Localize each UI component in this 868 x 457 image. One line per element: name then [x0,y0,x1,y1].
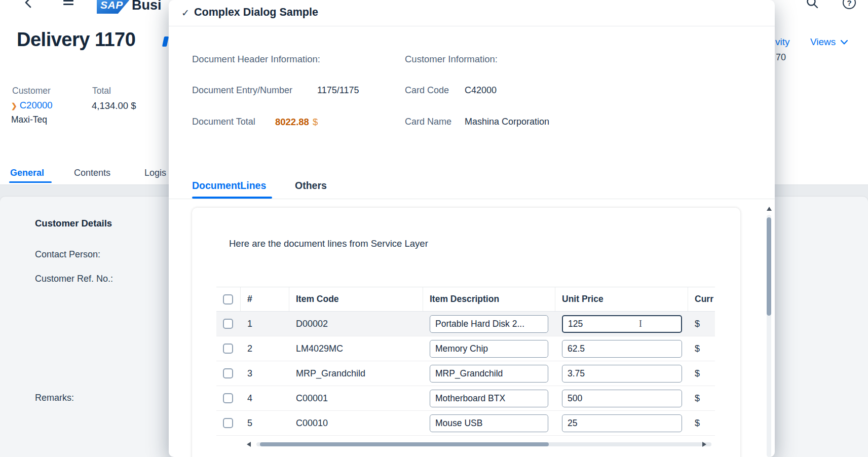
row-checkbox[interactable] [223,368,233,378]
col-header-num: # [241,287,289,311]
doc-entry-value: 1175/1175 [317,85,359,96]
tab-others[interactable]: Others [295,180,327,192]
dialog-header: ✓ Complex Dialog Sample [169,0,775,26]
doc-total-currency: $ [313,117,318,128]
horizontal-scrollbar[interactable] [192,440,740,449]
unit-price-input[interactable] [562,315,682,333]
tab-general[interactable]: General [10,168,44,178]
cell-num: 1 [241,312,289,336]
back-icon[interactable] [23,0,33,11]
item-description-input[interactable] [430,340,548,358]
col-header-currency: Curr [688,287,715,311]
cell-num: 4 [241,386,289,410]
customer-code-link[interactable]: C20000 [20,100,53,111]
row-checkbox[interactable] [223,319,233,329]
chevron-down-icon [841,40,848,45]
item-description-input[interactable] [430,390,548,407]
scroll-left-icon[interactable] [247,442,251,447]
col-header-item-description: Item Description [423,287,555,311]
activity-link[interactable]: vity [775,36,790,48]
remarks-label: Remarks: [35,393,74,403]
chevron-right-icon: ❯ [11,101,17,110]
complex-dialog: ✓ Complex Dialog Sample Document Header … [169,0,775,457]
table-row: 2 LM4029MC $ [216,336,715,361]
select-all-checkbox[interactable] [223,294,233,304]
customer-label: Customer [12,86,51,96]
table-header-row: # Item Code Item Description Unit Price … [216,287,715,312]
table-row: 4 C00001 $ [216,386,715,411]
unit-price-input[interactable] [562,414,682,432]
contact-person-label: Contact Person: [35,249,100,260]
tab-document-lines[interactable]: DocumentLines [192,180,266,192]
doc-total-value: 8022.88 [275,117,309,128]
views-dropdown[interactable]: Views [810,36,848,48]
sap-logo: SAP [97,0,133,14]
cell-currency: $ [688,361,715,386]
dialog-title: Complex Dialog Sample [194,6,318,19]
document-header-section-title: Document Header Information: [192,54,320,65]
header-action-icon[interactable] [162,36,169,47]
item-description-input[interactable] [430,365,548,383]
cell-num: 5 [241,411,289,435]
tab-logistics[interactable]: Logis [144,168,166,178]
search-icon[interactable] [806,0,819,11]
doc-total-value-group: 8022.88 $ [275,117,318,128]
views-label: Views [810,36,836,48]
cell-item-code: MRP_Grandchild [289,361,423,386]
total-label: Total [92,86,111,96]
doc-entry-label: Document Entry/Number [192,85,292,96]
partial-field-value: 70 [776,52,786,63]
col-header-unit-price: Unit Price [555,287,688,311]
customer-info-section-title: Customer Information: [405,54,498,65]
tab-contents[interactable]: Contents [74,168,110,178]
card-code-value: C42000 [465,85,497,96]
cell-item-code: C00010 [289,411,423,435]
cell-item-code: C00001 [289,386,423,410]
row-checkbox[interactable] [223,393,233,403]
item-description-input[interactable] [430,315,548,333]
customer-details-title: Customer Details [35,218,112,229]
horizontal-scroll-thumb[interactable] [260,442,549,446]
cell-currency: $ [688,312,715,336]
unit-price-input[interactable] [562,340,682,358]
card-name-label: Card Name [405,117,451,127]
page-title: Delivery 1170 [17,29,135,51]
doc-total-label: Document Total [192,117,255,127]
cell-num: 3 [241,361,289,386]
check-icon: ✓ [181,7,190,19]
row-checkbox[interactable] [223,344,233,354]
item-description-input[interactable] [430,414,548,432]
cell-currency: $ [688,386,715,410]
cell-currency: $ [688,411,715,435]
card-name-value: Mashina Corporation [465,117,549,127]
scroll-up-icon[interactable] [767,207,772,211]
cell-item-code: LM4029MC [289,336,423,361]
cell-currency: $ [688,336,715,361]
row-checkbox[interactable] [223,418,233,428]
menu-icon[interactable] [63,0,73,7]
cell-item-code: D00002 [289,312,423,336]
document-lines-panel: Here are the document lines from Service… [192,208,740,457]
card-code-label: Card Code [405,85,449,96]
total-value: 4,134.00 $ [92,100,136,111]
unit-price-input[interactable] [562,390,682,407]
table-row: 3 MRP_Grandchild $ [216,361,715,386]
customer-link-row: ❯ C20000 [11,100,53,111]
customer-name: Maxi-Teq [11,115,47,125]
table-row: 5 C00010 $ [216,411,715,436]
active-tab-underline [9,181,52,183]
document-lines-table: # Item Code Item Description Unit Price … [216,287,715,436]
scroll-right-icon[interactable] [702,442,706,447]
table-row: 1 D00002 I $ [216,312,715,336]
vertical-scroll-thumb[interactable] [767,217,771,316]
col-header-item-code: Item Code [289,287,423,311]
help-icon[interactable]: ? [843,0,856,9]
cell-num: 2 [241,336,289,361]
app-title: Busi [132,0,162,13]
unit-price-input[interactable] [562,365,682,383]
customer-ref-label: Customer Ref. No.: [35,274,113,284]
dialog-tab-divider [169,199,775,199]
service-layer-message: Here are the document lines from Service… [229,238,428,249]
